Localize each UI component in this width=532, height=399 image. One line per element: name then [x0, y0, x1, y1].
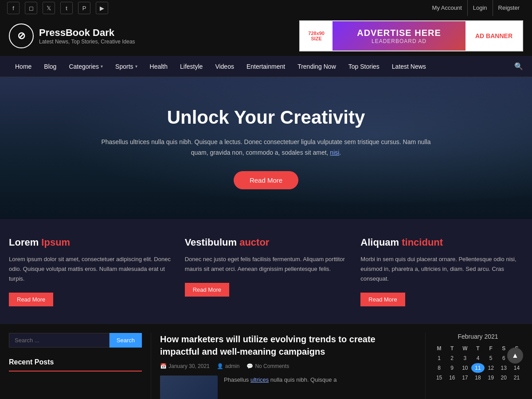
cal-header-t1: T — [446, 344, 458, 353]
calendar-title: February 2021 — [433, 333, 523, 340]
pinterest-icon[interactable]: P — [78, 2, 90, 14]
top-bar: f ◻ 𝕏 t P ▶ My Account Login Reigster — [0, 0, 532, 16]
nav-entertainment[interactable]: Entertainment — [240, 56, 291, 77]
my-account-link[interactable]: My Account — [427, 0, 467, 16]
card-1-read-more-button[interactable]: Read More — [9, 293, 53, 306]
hero-section: Unlock Your Creativity Phasellus ultrice… — [0, 77, 532, 219]
cal-row-3: 15 16 17 18 19 20 21 — [433, 373, 523, 383]
cal-day[interactable]: 12 — [485, 363, 497, 373]
cal-day[interactable]: 14 — [510, 363, 523, 373]
cal-day[interactable]: 13 — [497, 363, 510, 373]
categories-dropdown-icon: ▾ — [101, 64, 103, 69]
nav-categories[interactable]: Categories ▾ — [63, 56, 109, 77]
sidebar-left: Search Recent Posts — [9, 333, 151, 399]
nav-lifestyle[interactable]: Lifestyle — [174, 56, 209, 77]
nav-top-stories[interactable]: Top Stories — [342, 56, 386, 77]
cal-day[interactable]: 17 — [458, 373, 471, 383]
cal-day[interactable]: 15 — [433, 373, 446, 383]
card-2-title: Vestibulum auctor — [185, 237, 348, 248]
cal-day[interactable]: 18 — [471, 373, 484, 383]
nav-trending[interactable]: Trending Now — [291, 56, 342, 77]
cal-header-w: W — [458, 344, 471, 353]
article-title: How marketers will utilize evolving tren… — [160, 333, 416, 358]
cal-day[interactable]: 1 — [433, 353, 446, 363]
scroll-to-top-button[interactable]: ▲ — [507, 348, 523, 364]
article-thumbnail — [160, 376, 218, 399]
site-tagline: Latest News, Top Stories, Creative Ideas — [39, 39, 135, 45]
article-excerpt: Phasellus ultrices nulla quis nibh. Quis… — [224, 376, 336, 399]
logo-icon: ⊘ — [9, 23, 34, 48]
hero-link[interactable]: nisi — [330, 149, 339, 156]
nav-sports[interactable]: Sports ▾ — [109, 56, 143, 77]
sidebar-right: February 2021 M T W T F S S 1 2 3 4 — [426, 333, 523, 399]
card-1-body: Lorem ipsum dolor sit amet, consectetuer… — [9, 254, 172, 284]
card-3-body: Morbi in sem quis dui placerat ornare. P… — [360, 254, 523, 284]
twitter-icon[interactable]: 𝕏 — [43, 2, 55, 14]
site-header: ⊘ PressBook Dark Latest News, Top Storie… — [0, 16, 532, 56]
main-nav: Home Blog Categories ▾ Sports ▾ Health L… — [0, 56, 532, 77]
sports-dropdown-icon: ▾ — [135, 64, 137, 69]
card-2: Vestibulum auctor Donec nec justo eget f… — [185, 237, 348, 306]
cal-day-today[interactable]: 11 — [471, 363, 484, 373]
cal-day[interactable]: 21 — [510, 373, 523, 383]
nav-blog[interactable]: Blog — [38, 56, 63, 77]
search-icon[interactable]: 🔍 — [514, 62, 523, 70]
hero-content: Unlock Your Creativity Phasellus ultrice… — [91, 107, 441, 190]
card-3-title: Aliquam tincidunt — [360, 237, 523, 248]
cal-day[interactable]: 3 — [458, 353, 471, 363]
card-1-title: Lorem Ipsum — [9, 237, 172, 248]
nav-home[interactable]: Home — [9, 56, 38, 77]
logo-area: ⊘ PressBook Dark Latest News, Top Storie… — [9, 23, 135, 48]
ad-title: ADVERTISE HERE — [357, 28, 441, 38]
tumblr-icon[interactable]: t — [60, 2, 73, 14]
article-preview: Phasellus ultrices nulla quis nibh. Quis… — [160, 376, 416, 399]
article-meta: 📅 January 30, 2021 👤 admin 💬 No Comments — [160, 363, 416, 369]
ad-subtitle: LEADERBOARD AD — [372, 38, 426, 44]
article-link[interactable]: ultrices — [250, 376, 269, 383]
social-icons: f ◻ 𝕏 t P ▶ — [7, 2, 108, 14]
nav-health[interactable]: Health — [144, 56, 174, 77]
cal-day[interactable]: 20 — [497, 373, 510, 383]
card-2-read-more-button[interactable]: Read More — [185, 283, 229, 297]
article-date: 📅 January 30, 2021 — [160, 363, 210, 369]
cal-header-m: M — [433, 344, 446, 353]
cal-day[interactable]: 10 — [458, 363, 471, 373]
search-input[interactable] — [9, 333, 110, 348]
search-box: Search — [9, 333, 142, 348]
bottom-section: Search Recent Posts How marketers will u… — [0, 324, 532, 399]
register-link[interactable]: Reigster — [493, 0, 525, 16]
article-comments: 💬 No Comments — [246, 363, 289, 369]
hero-read-more-button[interactable]: Read More — [234, 171, 298, 189]
search-button[interactable]: Search — [110, 333, 142, 348]
ad-banner: 728x90 SIZE ADVERTISE HERE LEADERBOARD A… — [299, 20, 523, 51]
cal-day[interactable]: 9 — [446, 363, 458, 373]
article-author: 👤 admin — [217, 363, 240, 369]
youtube-icon[interactable]: ▶ — [96, 2, 108, 14]
account-links: My Account Login Reigster — [427, 0, 525, 16]
ad-size-label: 728x90 SIZE — [300, 21, 332, 51]
nav-videos[interactable]: Videos — [209, 56, 240, 77]
cal-day[interactable]: 2 — [446, 353, 458, 363]
cal-header-f: F — [485, 344, 497, 353]
logo-text: PressBook Dark Latest News, Top Stories,… — [39, 27, 135, 45]
cal-header-t2: T — [471, 344, 484, 353]
hero-title: Unlock Your Creativity — [100, 107, 432, 128]
ad-main: ADVERTISE HERE LEADERBOARD AD — [332, 21, 466, 51]
card-3: Aliquam tincidunt Morbi in sem quis dui … — [360, 237, 523, 306]
card-3-read-more-button[interactable]: Read More — [360, 293, 405, 306]
nav-latest-news[interactable]: Latest News — [386, 56, 432, 77]
hero-description: Phasellus ultrices nulla quis nibh. Quis… — [100, 137, 432, 158]
cards-section: Lorem Ipsum Lorem ipsum dolor sit amet, … — [0, 219, 532, 324]
cal-day[interactable]: 16 — [446, 373, 458, 383]
cal-day[interactable]: 4 — [471, 353, 484, 363]
cal-day[interactable]: 8 — [433, 363, 446, 373]
instagram-icon[interactable]: ◻ — [25, 2, 37, 14]
login-link[interactable]: Login — [467, 0, 493, 16]
cal-day[interactable]: 19 — [485, 373, 497, 383]
card-2-body: Donec nec justo eget felis facilisis fer… — [185, 254, 348, 274]
cal-day[interactable]: 5 — [485, 353, 497, 363]
facebook-icon[interactable]: f — [7, 2, 20, 14]
cal-row-2: 8 9 10 11 12 13 14 — [433, 363, 523, 373]
ad-right-label: AD BANNER — [466, 21, 522, 51]
main-content: How marketers will utilize evolving tren… — [151, 333, 426, 399]
